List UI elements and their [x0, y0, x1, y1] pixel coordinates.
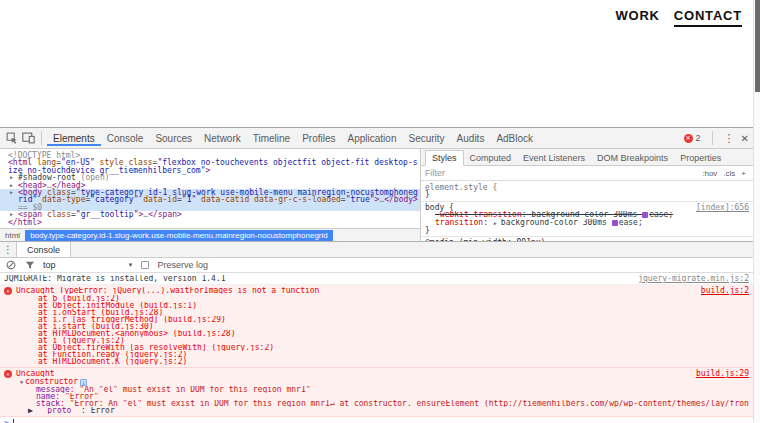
rule-header: body {[index]:656: [425, 204, 749, 211]
devtools-panel: ElementsConsoleSourcesNetworkTimelinePro…: [0, 127, 753, 423]
stack-frame: at HTMLDocument.K (jquery.js:2): [38, 358, 749, 365]
tab-application[interactable]: Application: [342, 130, 403, 146]
stack-frame: at Function.ready (jquery.js:2): [38, 351, 749, 358]
console-toolbar: top ▼ Preserve log: [0, 258, 753, 273]
execution-context-selector[interactable]: top ▼: [43, 260, 133, 270]
device-toolbar-icon[interactable]: [20, 130, 36, 146]
nav-link-contact[interactable]: CONTACT: [674, 8, 742, 27]
expand-arrow-icon[interactable]: ▶: [10, 182, 13, 189]
scrollbar-thumb[interactable]: [755, 0, 760, 92]
tab-sources[interactable]: Sources: [149, 130, 198, 146]
prompt-chevron-icon: >: [4, 420, 9, 423]
css-property[interactable]: transition: ▶ background-color 300ms eas…: [425, 219, 749, 227]
tab-computed[interactable]: Computed: [464, 151, 518, 165]
frame-text: ): [120, 337, 125, 344]
webpage-background: WORKCONTACT: [0, 0, 760, 127]
styles-control--hov[interactable]: :hov: [699, 169, 720, 178]
source-link[interactable]: jquery.js:2: [216, 344, 269, 351]
dom-node-line[interactable]: <html lang="en-US" style class="flexbox …: [0, 159, 420, 174]
inspect-icon[interactable]: [4, 130, 20, 146]
style-rule: element.style {}: [421, 182, 753, 202]
property-key: message: [36, 386, 70, 393]
devtools-toolbar: ElementsConsoleSourcesNetworkTimelinePro…: [0, 128, 753, 149]
expand-arrow-icon[interactable]: ▶: [10, 189, 13, 196]
css-property[interactable]: -webkit-transition: background-color 300…: [425, 211, 749, 218]
log-text: JQMIGRATE: Migrate is installed, version…: [4, 275, 630, 282]
source-link[interactable]: jquery.js:2: [130, 358, 183, 365]
frame-text: at i.r [as triggerMethod] (: [38, 316, 168, 323]
colon: :: [70, 386, 80, 393]
error-row: ✕Uncaught TypeError: jQuery(...).waitFor…: [4, 287, 749, 295]
stack-trace: at b (build.js:2)at Object.initModule (b…: [4, 295, 749, 365]
console-error-message: ✕Uncaughtbuild.js:29▼constructorimessage…: [0, 368, 753, 417]
frame-text: at HTMLDocument.<anonymous> (: [38, 330, 178, 337]
styles-filter-row: Filter :hov.cls+: [421, 166, 753, 181]
tab-styles[interactable]: Styles: [425, 150, 464, 166]
rule-close-brace: }: [425, 191, 749, 198]
tab-timeline[interactable]: Timeline: [247, 130, 296, 146]
toolbar-separator: [712, 131, 713, 145]
source-link[interactable]: build.js:1: [144, 302, 192, 309]
code-token: </body>: [384, 195, 418, 204]
media-query: @media (min-width: 901px): [425, 239, 749, 241]
source-link[interactable]: build.js:30: [96, 323, 149, 330]
stack-frame: at b (build.js:2): [38, 295, 749, 302]
source-link[interactable]: build.js:28: [178, 330, 231, 337]
tab-properties[interactable]: Properties: [674, 151, 727, 165]
source-link[interactable]: build.js:28: [105, 309, 158, 316]
console-prompt[interactable]: >: [0, 417, 753, 423]
clear-console-icon[interactable]: [5, 260, 16, 271]
dom-node-line[interactable]: ▶<span class="gr__tooltip">…</span>: [0, 211, 420, 218]
tab-profiles[interactable]: Profiles: [296, 130, 341, 146]
cubic-bezier-icon[interactable]: [642, 212, 648, 218]
chevron-down-icon: ▼: [128, 262, 134, 268]
styles-control--cls[interactable]: .cls: [720, 169, 738, 178]
source-link[interactable]: jquery-migrate.min.js:2: [638, 275, 749, 282]
tab-elements[interactable]: Elements: [47, 130, 101, 146]
filter-input[interactable]: Filter: [425, 168, 699, 178]
tab-event-listeners[interactable]: Event Listeners: [517, 151, 591, 165]
expand-arrow-icon[interactable]: ▶: [10, 174, 13, 181]
tab-security[interactable]: Security: [402, 130, 450, 146]
stylesheet-link[interactable]: [index]:656: [696, 204, 749, 211]
proto-property[interactable]: ▶ __proto__: Error: [4, 407, 749, 414]
close-icon[interactable]: ✕: [741, 133, 749, 144]
context-label: top: [43, 260, 56, 270]
stack-frame: at i (jquery.js:2): [38, 337, 749, 344]
dom-node-line[interactable]: ▶<body class="type-category id-1 slug-wo…: [0, 189, 420, 211]
property-value: "Error": [65, 393, 99, 400]
source-link[interactable]: build.js:2: [67, 295, 115, 302]
preserve-log-checkbox[interactable]: [141, 261, 149, 269]
expand-arrow-icon[interactable]: ▶: [493, 220, 501, 226]
source-link[interactable]: build.js:29: [696, 370, 749, 377]
colon: :: [522, 211, 532, 218]
source-link[interactable]: jquery.js:2: [67, 337, 120, 344]
source-link[interactable]: jquery.js:2: [130, 351, 183, 358]
page-scrollbar[interactable]: [753, 0, 760, 423]
cubic-bezier-icon[interactable]: [612, 220, 618, 226]
tab-adblock[interactable]: AdBlock: [490, 130, 539, 146]
more-menu-icon[interactable]: ⋮: [724, 132, 735, 145]
breadcrumb: htmlbody.type-category.id-1.slug-work.us…: [0, 228, 420, 241]
expand-arrow-icon[interactable]: ▶: [28, 407, 38, 414]
dom-node-line[interactable]: </html>: [0, 219, 420, 226]
error-count-badge[interactable]: ✕ 2: [684, 133, 701, 143]
tab-dom-breakpoints[interactable]: DOM Breakpoints: [591, 151, 674, 165]
source-link[interactable]: build.js:29: [168, 316, 221, 323]
frame-text: at i.start (: [38, 323, 96, 330]
tab-console[interactable]: Console: [101, 130, 150, 146]
styles-control--[interactable]: +: [738, 169, 749, 178]
object-header[interactable]: ▼constructori: [4, 378, 749, 386]
nav-link-work[interactable]: WORK: [615, 8, 659, 27]
tab-audits[interactable]: Audits: [451, 130, 491, 146]
breadcrumb-item[interactable]: body.type-category.id-1.slug-work.use-mo…: [25, 230, 333, 241]
source-link[interactable]: build.js:2: [701, 287, 749, 294]
code-token: "true": [346, 195, 375, 204]
tab-network[interactable]: Network: [198, 130, 247, 146]
breadcrumb-item[interactable]: html: [0, 230, 25, 241]
code-token: data-type: [42, 195, 85, 204]
drawer-menu-icon[interactable]: ⋮: [0, 242, 16, 257]
filter-icon[interactable]: [24, 260, 35, 271]
tab-console-drawer[interactable]: Console: [16, 242, 71, 257]
collapse-arrow-icon[interactable]: ▼: [20, 379, 23, 385]
